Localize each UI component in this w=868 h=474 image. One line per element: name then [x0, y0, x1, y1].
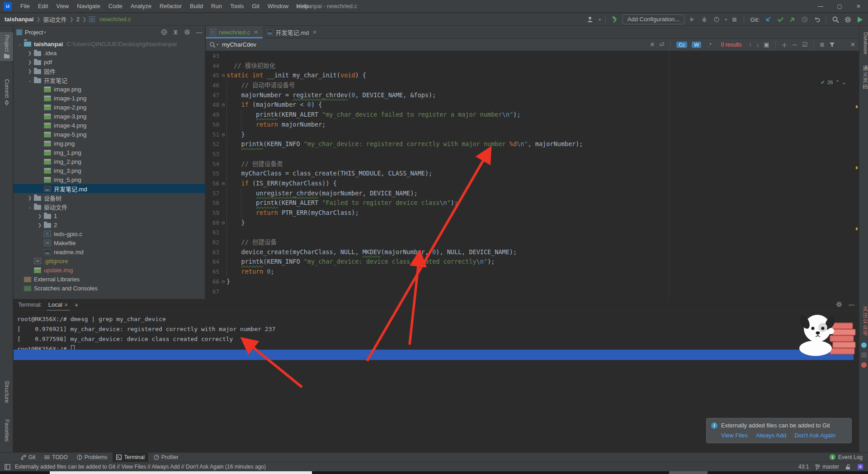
code-line[interactable]: 44 // 模块初始化	[206, 61, 859, 71]
profiler-dropdown-caret-icon[interactable]: ▾	[725, 18, 727, 22]
code-line[interactable]: 48⊟ if (majorNumber < 0) {	[206, 100, 859, 110]
code-line[interactable]: 45⊟static int __init my_char_init(void) …	[206, 71, 859, 81]
close-tab-icon[interactable]: ✕	[312, 29, 316, 35]
code-line[interactable]: 67	[206, 287, 859, 297]
code-line[interactable]: 60⊟ }	[206, 218, 859, 228]
chevron-right-icon[interactable]: ❯	[27, 60, 33, 65]
error-stripe-mark[interactable]	[856, 105, 858, 108]
tree-item[interactable]: image-3.png	[14, 112, 205, 121]
line-number[interactable]: 61	[206, 228, 220, 237]
line-number[interactable]: 55	[206, 169, 220, 179]
git-push-icon[interactable]	[788, 15, 797, 24]
chevron-right-icon[interactable]: ❯	[37, 213, 42, 218]
project-panel-title[interactable]: Project	[25, 29, 43, 36]
close-icon[interactable]: ✕	[849, 0, 868, 13]
terminal-output[interactable]: root@RK356X:/# dmesg | grep my_char_devi…	[17, 314, 275, 354]
terminal-tab-local[interactable]: Local ✕	[47, 299, 70, 311]
tool-window-switcher-icon[interactable]	[5, 464, 10, 470]
code-line[interactable]: 53	[206, 149, 859, 159]
fold-marker-icon[interactable]: ⊟	[220, 130, 226, 140]
collapse-all-icon[interactable]	[173, 29, 179, 35]
minimize-icon[interactable]: —	[811, 0, 830, 13]
new-terminal-icon[interactable]: +	[75, 301, 79, 308]
tool-button-database[interactable]: Database	[859, 32, 868, 54]
chevron-right-icon[interactable]: ❯	[37, 223, 42, 228]
tool-tab-todo[interactable]: TODO	[41, 453, 71, 462]
code-line[interactable]: 58 printk(KERN_ALERT "Failed to register…	[206, 198, 859, 208]
line-number[interactable]: 59	[206, 208, 220, 218]
words-toggle[interactable]: W	[692, 42, 701, 48]
chevron-down-icon[interactable]: ⌄	[27, 78, 33, 83]
editor-tab-newchrled.c[interactable]: Cnewchrled.c✕	[206, 26, 263, 38]
event-log-widget[interactable]: 1 Event Log	[830, 452, 863, 462]
breadcrumb-item[interactable]: taishanpai	[5, 16, 33, 23]
line-number[interactable]: 53	[206, 149, 220, 159]
strip-icon-circle[interactable]	[861, 342, 867, 348]
chevron-right-icon[interactable]: ❯	[27, 69, 33, 74]
line-number[interactable]: 46	[206, 81, 220, 90]
remove-occurrence-icon[interactable]: －	[792, 40, 798, 49]
fold-marker-icon[interactable]: ⊟	[220, 71, 226, 81]
tree-item[interactable]: ❯2	[14, 220, 205, 229]
hide-panel-icon[interactable]: —	[196, 28, 202, 36]
locate-file-icon[interactable]	[161, 29, 167, 35]
code-line[interactable]: 63 device_create(myCharClass, NULL, MKDE…	[206, 247, 859, 257]
code-line[interactable]: 43	[206, 51, 859, 61]
menu-item-edit[interactable]: Edit	[34, 3, 52, 9]
tree-item[interactable]: ⌄驱动文件	[14, 202, 205, 211]
add-configuration-button[interactable]: Add Configuration...	[623, 14, 684, 24]
code-line[interactable]: 57 unregister_chrdev(majorNumber, DEVICE…	[206, 189, 859, 199]
caret-position[interactable]: 43:1	[798, 464, 809, 470]
select-all-occurrences-icon[interactable]: ☑	[802, 41, 808, 48]
chevron-right-icon[interactable]: ❯	[27, 51, 33, 56]
tree-item[interactable]: MDreadme.md	[14, 247, 205, 256]
new-line-icon[interactable]: ⏎	[659, 41, 664, 48]
tree-item[interactable]: ❯设备树	[14, 193, 205, 202]
unlock-icon[interactable]	[845, 464, 851, 470]
line-number[interactable]: 57	[206, 189, 220, 199]
rollback-icon[interactable]	[812, 15, 821, 24]
line-number[interactable]: 45	[206, 71, 220, 81]
search-input[interactable]: myCharCdev	[222, 41, 256, 48]
code-line[interactable]: 56⊟ if (IS_ERR(myCharClass)) {	[206, 179, 859, 189]
strip-icon-square[interactable]	[861, 352, 867, 358]
code-line[interactable]: 49 printk(KERN_ALERT "my_char_device fai…	[206, 110, 859, 120]
debug-icon[interactable]	[700, 15, 709, 24]
tree-item[interactable]: img_5.png	[14, 175, 205, 184]
search-in-selection-icon[interactable]: ▣	[764, 41, 769, 48]
line-number[interactable]: 63	[206, 247, 220, 257]
menu-item-navigate[interactable]: Navigate	[73, 3, 104, 9]
menu-item-file[interactable]: File	[16, 3, 34, 9]
menu-item-analyze[interactable]: Analyze	[127, 3, 156, 9]
chevron-right-icon[interactable]: ❯	[27, 195, 33, 200]
search-icon[interactable]	[209, 42, 216, 48]
fold-marker-icon[interactable]: ⊟	[220, 100, 226, 110]
code-viewport[interactable]: ✔ 26 ⌃ ⌄ 4344 // 模块初始化45⊟static int __in…	[206, 51, 859, 299]
menu-item-run[interactable]: Run	[207, 3, 226, 9]
project-view-caret-icon[interactable]: ▾	[44, 30, 46, 34]
tool-button-commit[interactable]: Commit	[0, 79, 13, 105]
fold-marker-icon[interactable]: ⊟	[220, 218, 226, 228]
tree-item[interactable]: image-1.png	[14, 94, 205, 103]
line-number[interactable]: 49	[206, 110, 220, 120]
tree-item[interactable]: ⌄taishanpaiC:\Users\QINGJUE\Desktop\git\…	[14, 39, 205, 48]
panel-settings-gear-icon[interactable]	[184, 29, 190, 35]
close-search-icon[interactable]: ✕	[850, 41, 855, 48]
search-everywhere-icon[interactable]	[831, 15, 840, 24]
tree-item[interactable]: MD开发笔记.md	[14, 184, 205, 193]
code-line[interactable]: 59 return PTR_ERR(myCharClass);	[206, 208, 859, 218]
chevron-down-icon[interactable]: ⌄	[17, 42, 23, 47]
tree-item[interactable]: ❯.idea	[14, 48, 205, 57]
tree-item[interactable]: update.img	[14, 265, 205, 275]
tree-item[interactable]: Cleds-gpio.c	[14, 229, 205, 238]
add-occurrence-icon[interactable]: ＋	[782, 40, 788, 49]
fold-marker-icon[interactable]: ⊟	[220, 277, 226, 287]
tree-item[interactable]: .gitignore	[14, 256, 205, 265]
close-tab-icon[interactable]: ✕	[64, 302, 68, 308]
menu-item-view[interactable]: View	[52, 3, 73, 9]
code-line[interactable]: 66⊟}	[206, 277, 859, 287]
tree-item[interactable]: image-5.png	[14, 130, 205, 139]
toolbox-icon[interactable]	[855, 15, 864, 24]
user-dropdown-caret-icon[interactable]: ▾	[599, 18, 601, 22]
stop-icon[interactable]	[730, 15, 739, 24]
